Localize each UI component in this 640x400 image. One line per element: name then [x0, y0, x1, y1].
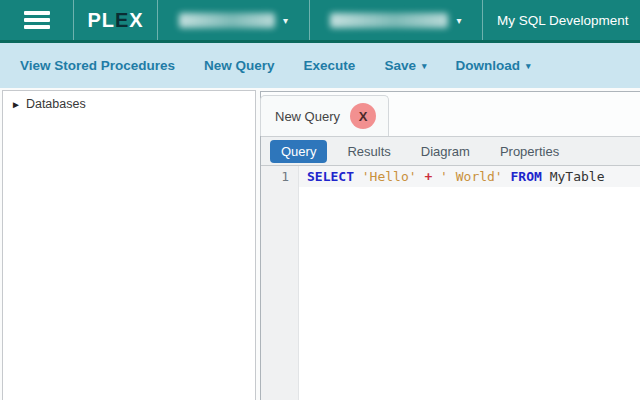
- code-line-1: SELECT 'Hello' + ' World' FROM MyTable: [299, 166, 640, 187]
- content-area: ► Databases New Query X Query Results Di…: [0, 88, 640, 400]
- chevron-down-icon: ▾: [283, 15, 288, 26]
- document-tabstrip: New Query X: [261, 92, 640, 136]
- subtab-query[interactable]: Query: [270, 140, 327, 163]
- execute-button[interactable]: Execute: [304, 58, 356, 73]
- sql-editor[interactable]: 1 SELECT 'Hello' + ' World' FROM MyTable: [261, 166, 640, 400]
- tab-label: New Query: [275, 109, 340, 124]
- chevron-down-icon: ▾: [422, 61, 427, 71]
- sql-keyword: FROM: [511, 169, 542, 184]
- subtab-results[interactable]: Results: [337, 140, 400, 163]
- collapsed-arrow-icon[interactable]: ►: [11, 99, 21, 110]
- line-number: 1: [261, 168, 289, 185]
- sql-keyword: SELECT: [307, 169, 354, 184]
- download-dropdown-button[interactable]: Download▾: [455, 58, 530, 73]
- view-stored-procedures-button[interactable]: View Stored Procedures: [20, 58, 175, 73]
- chevron-down-icon: ▾: [526, 61, 531, 71]
- subtab-diagram[interactable]: Diagram: [411, 140, 480, 163]
- main-menu-button[interactable]: [0, 0, 74, 40]
- app-title: My SQL Development: [497, 13, 629, 28]
- redacted-text: [179, 13, 275, 28]
- query-panel: New Query X Query Results Diagram Proper…: [260, 91, 640, 400]
- redacted-dropdown-2[interactable]: ▾: [310, 0, 483, 40]
- view-subtabs: Query Results Diagram Properties: [261, 136, 640, 166]
- app-title-area: My SQL Development: [483, 0, 640, 40]
- sql-identifier: MyTable: [550, 169, 605, 184]
- editor-code-area[interactable]: SELECT 'Hello' + ' World' FROM MyTable: [299, 166, 640, 400]
- chevron-down-icon: ▾: [456, 15, 461, 26]
- databases-sidebar: ► Databases: [2, 90, 256, 400]
- tree-item-databases[interactable]: ► Databases: [3, 91, 255, 117]
- tree-item-label: Databases: [26, 97, 86, 111]
- app-header: PLEX ▾ ▾ My SQL Development: [0, 0, 640, 43]
- hamburger-icon: [24, 11, 50, 29]
- redacted-dropdown-1[interactable]: ▾: [158, 0, 310, 40]
- toolbar: View Stored Procedures New Query Execute…: [0, 43, 640, 88]
- redacted-text: [330, 13, 448, 28]
- new-query-button[interactable]: New Query: [204, 58, 275, 73]
- sql-string: ' World': [440, 169, 503, 184]
- plex-logo-text: PLEX: [87, 9, 143, 32]
- editor-gutter: 1: [261, 166, 299, 400]
- sql-string: 'Hello': [362, 169, 417, 184]
- plex-logo: PLEX: [74, 0, 158, 40]
- close-tab-button[interactable]: X: [350, 103, 376, 129]
- subtab-properties[interactable]: Properties: [490, 140, 569, 163]
- save-dropdown-button[interactable]: Save▾: [384, 58, 426, 73]
- tab-new-query[interactable]: New Query X: [260, 95, 389, 136]
